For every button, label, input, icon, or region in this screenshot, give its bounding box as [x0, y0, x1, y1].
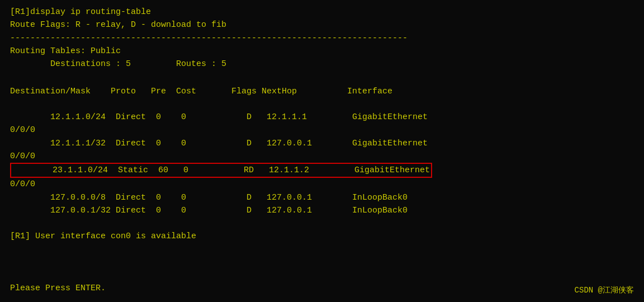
- blank-1: [10, 70, 634, 83]
- routing-tables-line: Routing Tables: Public: [10, 45, 634, 58]
- row1-part-b: 0/0/0: [10, 124, 634, 136]
- cmd-line: [R1]display ip routing-table: [10, 6, 634, 18]
- row2-part-b: 0/0/0: [10, 150, 634, 163]
- press-enter-line: Please Press ENTER.: [10, 282, 634, 295]
- terminal-window: [R1]display ip routing-table Route Flags…: [0, 0, 644, 302]
- blank-2: [10, 98, 634, 111]
- blank-5: [10, 256, 634, 269]
- blank-6: [10, 269, 634, 282]
- row5-part-a: 127.0.0.1/32 Direct 0 0 D 127.0.0.1 InLo…: [10, 204, 634, 217]
- row2-part-a: 12.1.1.1/32 Direct 0 0 D 127.0.0.1 Gigab…: [10, 137, 634, 150]
- row4-part-a: 127.0.0.0/8 Direct 0 0 D 127.0.0.1 InLoo…: [10, 191, 634, 204]
- blank-4: [10, 243, 634, 256]
- row1-part-a: 12.1.1.0/24 Direct 0 0 D 12.1.1.1 Gigabi…: [10, 111, 634, 124]
- flags-line: Route Flags: R - relay, D - download to …: [10, 18, 634, 31]
- watermark: CSDN @江湖侠客: [575, 285, 634, 295]
- row3-part-b: 0/0/0: [10, 178, 634, 191]
- user-msg-line: [R1] User interface con0 is available: [10, 230, 634, 243]
- column-header-line: Destination/Mask Proto Pre Cost Flags Ne…: [10, 85, 634, 98]
- destinations-line: Destinations : 5 Routes : 5: [10, 58, 634, 70]
- separator-line: ----------------------------------------…: [10, 32, 634, 45]
- row3-highlighted: 23.1.1.0/24 Static 60 0 RD 12.1.1.2 Giga…: [10, 163, 432, 178]
- blank-3: [10, 217, 634, 230]
